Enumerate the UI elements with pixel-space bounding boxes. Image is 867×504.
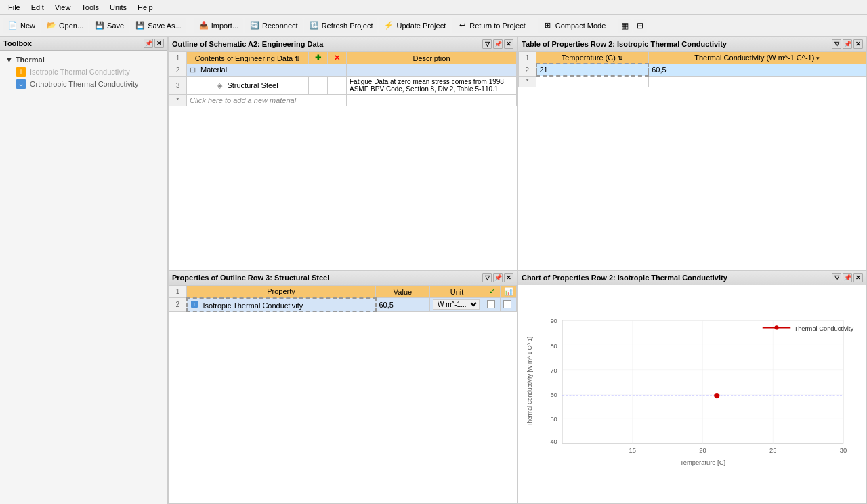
- graph-checkbox[interactable]: [503, 300, 511, 308]
- svg-text:i: i: [194, 301, 195, 308]
- conductivity-label: Thermal Conductivity (W m^-1 C^-1): [694, 54, 814, 62]
- return-icon: ↩: [457, 20, 467, 31]
- save-button[interactable]: 💾 Save: [89, 18, 129, 33]
- open-button[interactable]: 📂 Open...: [41, 18, 88, 33]
- menu-file[interactable]: File: [3, 2, 26, 13]
- svg-text:50: 50: [550, 416, 557, 423]
- check-checkbox[interactable]: [487, 300, 495, 308]
- prop-outline-check-cell[interactable]: [484, 298, 501, 312]
- outline-close-button[interactable]: ✕: [504, 39, 513, 49]
- reconnect-button[interactable]: 🔄 Reconnect: [245, 18, 303, 33]
- outline-cell-1b[interactable]: ✚: [309, 52, 328, 64]
- return-button[interactable]: ↩ Return to Project: [452, 18, 530, 33]
- iso-thermal-label: Isotropic Thermal Conductivity: [203, 301, 303, 310]
- prop-table-add-a[interactable]: [536, 76, 649, 87]
- save-as-icon: 💾: [135, 20, 146, 31]
- new-button[interactable]: 📄 New: [3, 18, 40, 33]
- new-label: New: [20, 22, 35, 30]
- menu-help[interactable]: Help: [132, 2, 158, 13]
- save-as-button[interactable]: 💾 Save As...: [130, 18, 186, 33]
- menu-edit[interactable]: Edit: [26, 2, 49, 13]
- prop-table-close-button[interactable]: ✕: [853, 39, 863, 49]
- outline-pin-button[interactable]: 📌: [493, 39, 503, 49]
- prop-outline-value-cell[interactable]: 60,5: [376, 298, 430, 312]
- properties-outline-header: Properties of Outline Row 3: Structural …: [169, 271, 517, 285]
- prop-table-pin-button[interactable]: 📌: [843, 39, 852, 49]
- menu-units[interactable]: Units: [104, 2, 132, 13]
- prop-outline-property-cell[interactable]: i Isotropic Thermal Conductivity: [187, 298, 376, 312]
- svg-text:90: 90: [550, 318, 557, 324]
- outline-cell-1c[interactable]: ✕: [328, 52, 347, 64]
- svg-text:15: 15: [629, 447, 636, 454]
- outline-col-d-header: Description: [347, 52, 517, 64]
- material-label: Material: [200, 66, 227, 74]
- prop-outline-unit-cell[interactable]: W m^-1...: [430, 298, 484, 312]
- prop-table-add-row[interactable]: *: [519, 76, 866, 87]
- properties-table-title: Table of Properties Row 2: Isotropic The…: [522, 40, 727, 48]
- outline-row-num-1: 1: [169, 52, 187, 64]
- prop-outline-row-num-1: 1: [169, 286, 187, 298]
- import-button[interactable]: 📥 Import...: [194, 18, 243, 33]
- chart-pin-button[interactable]: 📌: [843, 273, 852, 282]
- chart-close-button[interactable]: ✕: [853, 273, 863, 282]
- update-button[interactable]: ⚡ Update Project: [379, 18, 450, 33]
- menu-tools[interactable]: Tools: [76, 2, 104, 13]
- refresh-button[interactable]: 🔃 Refresh Project: [304, 18, 378, 33]
- orthotropic-label: Orthotropic Thermal Conductivity: [30, 80, 139, 88]
- outline-steel-row[interactable]: 3 ◈ Structural Steel Fatigue Data at zer…: [169, 77, 517, 95]
- prop-table-col-a-header[interactable]: Temperature (C) ⇅: [536, 52, 649, 64]
- prop-table-data-row[interactable]: 2 21 60,5: [519, 64, 866, 76]
- prop-outline-controls: ▽ 📌 ✕: [482, 273, 513, 282]
- new-icon: 📄: [7, 20, 18, 31]
- outline-add-row[interactable]: * Click here to add a new material: [169, 95, 517, 106]
- temp-sort-icon: ⇅: [618, 55, 623, 62]
- toolbox-title: Toolbox: [3, 39, 32, 47]
- update-label: Update Project: [396, 22, 446, 30]
- properties-table-header: Table of Properties Row 2: Isotropic The…: [518, 37, 866, 51]
- prop-outline-minimize-button[interactable]: ▽: [482, 273, 492, 282]
- outline-steel-b: [309, 77, 328, 95]
- outline-cell-1a[interactable]: Contents of Engineering Data ⇅: [187, 52, 309, 64]
- prop-table-col-b-header[interactable]: Thermal Conductivity (W m^-1 C^-1) ▾: [648, 52, 866, 64]
- outline-minimize-button[interactable]: ▽: [482, 39, 492, 49]
- toolbox-group-thermal-header[interactable]: ▼ Thermal: [3, 54, 165, 66]
- unit-dropdown[interactable]: W m^-1...: [433, 299, 480, 310]
- chart-minimize-button[interactable]: ▽: [832, 273, 841, 282]
- toolbox-close-button[interactable]: ✕: [154, 39, 164, 48]
- update-icon: ⚡: [383, 20, 394, 31]
- grid-button[interactable]: ⊟: [633, 19, 647, 33]
- chart-legend-label: Thermal Conductivity: [794, 325, 853, 332]
- prop-outline-col-d: ✓: [484, 286, 501, 298]
- menu-view[interactable]: View: [49, 2, 77, 13]
- prop-table-temp-cell[interactable]: 21: [536, 64, 649, 76]
- chart-panel-title: Chart of Properties Row 2: Isotropic The…: [522, 274, 727, 282]
- outline-steel-name[interactable]: ◈ Structural Steel: [187, 77, 309, 95]
- outline-controls: ▽ 📌 ✕: [482, 39, 513, 49]
- prop-outline-graph-cell[interactable]: [501, 298, 517, 312]
- prop-table-minimize-button[interactable]: ▽: [832, 39, 841, 49]
- toolbox-item-isotropic[interactable]: i Isotropic Thermal Conductivity: [3, 66, 165, 78]
- toolbox-item-orthotropic[interactable]: o Orthotropic Thermal Conductivity: [3, 78, 165, 90]
- toolbox-pin-button[interactable]: 📌: [144, 39, 153, 48]
- prop-outline-pin-button[interactable]: 📌: [493, 273, 503, 282]
- svg-text:20: 20: [699, 447, 706, 454]
- compact-button[interactable]: ⊞ Compact Mode: [538, 18, 611, 33]
- chart-area: 90 80 70 60 50 40 15 20 25 30: [518, 285, 866, 503]
- outline-material-row: 2 ⊟ Material: [169, 64, 517, 77]
- prop-table-row-num-1: 1: [519, 52, 536, 64]
- prop-table-cond-cell[interactable]: 60,5: [648, 64, 866, 76]
- separator-2: [534, 18, 534, 33]
- content-grid: Outline of Schematic A2: Engineering Dat…: [168, 37, 867, 504]
- svg-text:80: 80: [550, 343, 557, 350]
- prop-outline-data-row[interactable]: 2 i Isotropic Thermal Conductivity 60,5: [169, 298, 517, 312]
- cond-sort-icon: ▾: [816, 55, 820, 62]
- filter-button[interactable]: ▦: [618, 19, 632, 33]
- toolbox-header: Toolbox 📌 ✕: [0, 37, 167, 51]
- outline-steel-desc: Fatigue Data at zero mean stress comes f…: [347, 77, 517, 95]
- compact-icon: ⊞: [543, 20, 553, 31]
- svg-text:60: 60: [550, 392, 557, 398]
- prop-outline-close-button[interactable]: ✕: [504, 273, 513, 282]
- prop-table-add-b[interactable]: [648, 76, 866, 87]
- outline-add-cell[interactable]: Click here to add a new material: [187, 95, 347, 106]
- outline-panel-header: Outline of Schematic A2: Engineering Dat…: [169, 37, 517, 51]
